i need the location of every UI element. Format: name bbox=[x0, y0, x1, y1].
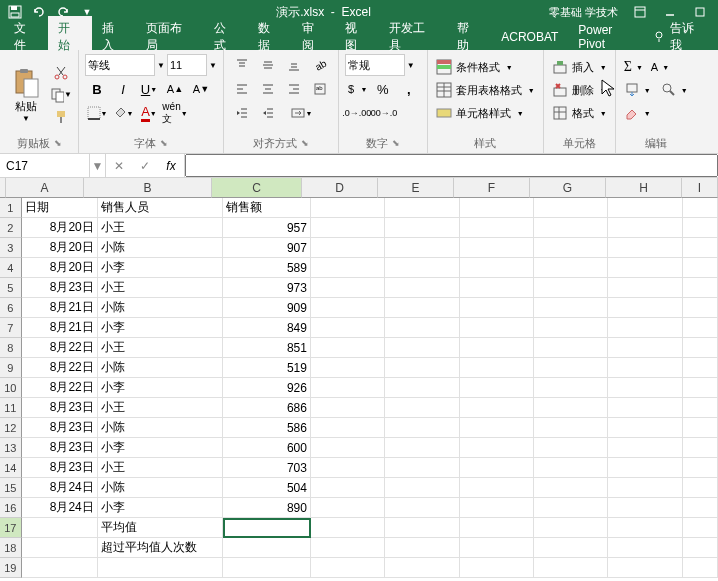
cell-F18[interactable] bbox=[460, 538, 534, 558]
cell-I6[interactable] bbox=[683, 298, 718, 318]
accounting-format-button[interactable]: $▼ bbox=[345, 78, 369, 100]
cell-H8[interactable] bbox=[608, 338, 682, 358]
cell-F10[interactable] bbox=[460, 378, 534, 398]
cell-G14[interactable] bbox=[534, 458, 608, 478]
cell-F19[interactable] bbox=[460, 558, 534, 578]
cell-H18[interactable] bbox=[608, 538, 682, 558]
conditional-formatting-button[interactable]: 条件格式▼ bbox=[434, 56, 537, 78]
cell-I12[interactable] bbox=[683, 418, 718, 438]
italic-button[interactable]: I bbox=[111, 78, 135, 100]
paste-button[interactable]: 粘贴 ▼ bbox=[6, 54, 46, 135]
cell-E12[interactable] bbox=[385, 418, 459, 438]
cell-G13[interactable] bbox=[534, 438, 608, 458]
cell-B14[interactable]: 小王 bbox=[98, 458, 223, 478]
decrease-decimal-button[interactable]: .00→.0 bbox=[371, 102, 395, 124]
cell-A14[interactable]: 8月23日 bbox=[22, 458, 98, 478]
formula-bar[interactable] bbox=[185, 154, 718, 177]
cell-H9[interactable] bbox=[608, 358, 682, 378]
cell-E5[interactable] bbox=[385, 278, 459, 298]
row-header[interactable]: 6 bbox=[0, 298, 22, 318]
cell-C17[interactable] bbox=[223, 518, 311, 538]
row-header[interactable]: 7 bbox=[0, 318, 22, 338]
col-header-C[interactable]: C bbox=[212, 178, 302, 198]
col-header-H[interactable]: H bbox=[606, 178, 682, 198]
cell-B10[interactable]: 小李 bbox=[98, 378, 223, 398]
cell-I11[interactable] bbox=[683, 398, 718, 418]
increase-decimal-button[interactable]: .0→.00 bbox=[345, 102, 369, 124]
cell-D15[interactable] bbox=[311, 478, 385, 498]
cell-F1[interactable] bbox=[460, 198, 534, 218]
cell-H10[interactable] bbox=[608, 378, 682, 398]
wrap-text-button[interactable]: ab bbox=[308, 78, 332, 100]
cell-E8[interactable] bbox=[385, 338, 459, 358]
row-header[interactable]: 15 bbox=[0, 478, 22, 498]
cell-I3[interactable] bbox=[683, 238, 718, 258]
cell-C15[interactable]: 504 bbox=[223, 478, 311, 498]
cell-F11[interactable] bbox=[460, 398, 534, 418]
cell-E4[interactable] bbox=[385, 258, 459, 278]
cell-D6[interactable] bbox=[311, 298, 385, 318]
col-header-E[interactable]: E bbox=[378, 178, 454, 198]
cell-A3[interactable]: 8月20日 bbox=[22, 238, 98, 258]
cell-C14[interactable]: 703 bbox=[223, 458, 311, 478]
cell-H12[interactable] bbox=[608, 418, 682, 438]
bold-button[interactable]: B bbox=[85, 78, 109, 100]
cell-D18[interactable] bbox=[311, 538, 385, 558]
tab-acrobat[interactable]: ACROBAT bbox=[491, 26, 568, 48]
cell-F4[interactable] bbox=[460, 258, 534, 278]
cell-D3[interactable] bbox=[311, 238, 385, 258]
cell-F16[interactable] bbox=[460, 498, 534, 518]
cell-B12[interactable]: 小陈 bbox=[98, 418, 223, 438]
cell-G6[interactable] bbox=[534, 298, 608, 318]
cell-G8[interactable] bbox=[534, 338, 608, 358]
cell-I10[interactable] bbox=[683, 378, 718, 398]
cell-B16[interactable]: 小李 bbox=[98, 498, 223, 518]
autosum-button[interactable]: Σ▼ A▼ bbox=[622, 56, 690, 78]
cell-styles-button[interactable]: 单元格样式▼ bbox=[434, 102, 537, 124]
col-header-D[interactable]: D bbox=[302, 178, 378, 198]
row-header[interactable]: 16 bbox=[0, 498, 22, 518]
cell-B4[interactable]: 小李 bbox=[98, 258, 223, 278]
format-cells-button[interactable]: 格式▼ bbox=[550, 102, 609, 124]
row-header[interactable]: 11 bbox=[0, 398, 22, 418]
cell-D10[interactable] bbox=[311, 378, 385, 398]
cell-F13[interactable] bbox=[460, 438, 534, 458]
row-header[interactable]: 8 bbox=[0, 338, 22, 358]
spreadsheet-grid[interactable]: ABCDEFGHI 1日期销售人员销售额28月20日小王95738月20日小陈9… bbox=[0, 178, 718, 578]
font-color-button[interactable]: A▼ bbox=[137, 102, 161, 124]
cell-H13[interactable] bbox=[608, 438, 682, 458]
cell-E3[interactable] bbox=[385, 238, 459, 258]
cell-G9[interactable] bbox=[534, 358, 608, 378]
cell-F5[interactable] bbox=[460, 278, 534, 298]
col-header-A[interactable]: A bbox=[6, 178, 84, 198]
cell-G5[interactable] bbox=[534, 278, 608, 298]
cell-B2[interactable]: 小王 bbox=[98, 218, 223, 238]
fill-button[interactable]: ▼ ▼ bbox=[622, 79, 690, 101]
cell-G1[interactable] bbox=[534, 198, 608, 218]
cell-G15[interactable] bbox=[534, 478, 608, 498]
row-header[interactable]: 13 bbox=[0, 438, 22, 458]
cell-A7[interactable]: 8月21日 bbox=[22, 318, 98, 338]
cell-G11[interactable] bbox=[534, 398, 608, 418]
cell-E1[interactable] bbox=[385, 198, 459, 218]
cut-button[interactable] bbox=[50, 63, 72, 83]
cell-D19[interactable] bbox=[311, 558, 385, 578]
cell-I14[interactable] bbox=[683, 458, 718, 478]
cell-D17[interactable] bbox=[311, 518, 385, 538]
cell-C9[interactable]: 519 bbox=[223, 358, 311, 378]
number-format-select[interactable] bbox=[345, 54, 405, 76]
row-header[interactable]: 2 bbox=[0, 218, 22, 238]
cell-A10[interactable]: 8月22日 bbox=[22, 378, 98, 398]
cell-C19[interactable] bbox=[223, 558, 311, 578]
cell-C8[interactable]: 851 bbox=[223, 338, 311, 358]
increase-font-button[interactable]: A▲ bbox=[163, 78, 187, 100]
cell-F7[interactable] bbox=[460, 318, 534, 338]
cell-F9[interactable] bbox=[460, 358, 534, 378]
format-as-table-button[interactable]: 套用表格格式▼ bbox=[434, 79, 537, 101]
cell-C16[interactable]: 890 bbox=[223, 498, 311, 518]
cell-H3[interactable] bbox=[608, 238, 682, 258]
row-header[interactable]: 1 bbox=[0, 198, 22, 218]
cell-A18[interactable] bbox=[22, 538, 98, 558]
cell-A8[interactable]: 8月22日 bbox=[22, 338, 98, 358]
row-header[interactable]: 17 bbox=[0, 518, 22, 538]
